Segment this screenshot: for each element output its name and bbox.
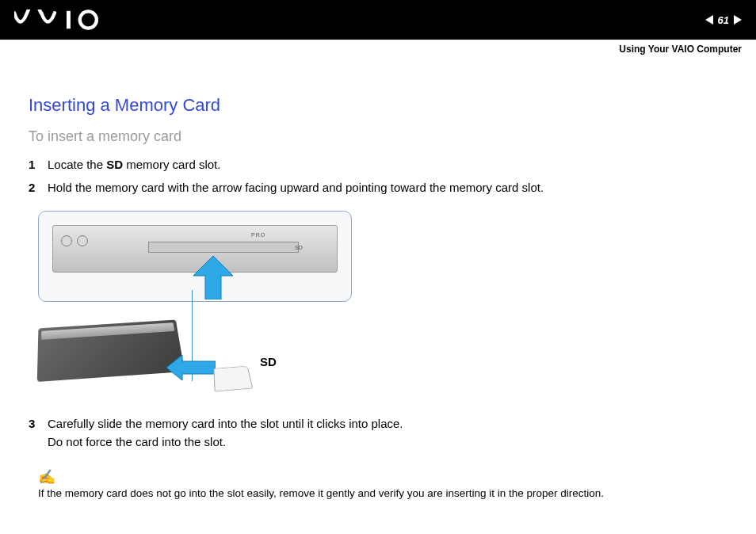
step-3: 3 Carefully slide the memory card into t… [29, 415, 727, 451]
note-icon: ✍ [38, 468, 727, 486]
step-body: Locate the SD memory card slot. [48, 156, 727, 174]
device-edge-illustration: PRO SD [38, 211, 352, 302]
step-body: Hold the memory card with the arrow faci… [48, 179, 727, 197]
vaio-logo-svg [14, 10, 103, 30]
steps-list-after-figure: 3 Carefully slide the memory card into t… [29, 415, 727, 451]
step-2: 2 Hold the memory card with the arrow fa… [29, 179, 727, 197]
sd-slot-label: SD [295, 245, 303, 250]
section-label: Using Your VAIO Computer [619, 44, 742, 55]
step-3-line2: Do not force the card into the slot. [48, 435, 226, 448]
header-bar: 61 [0, 0, 756, 40]
step-number: 3 [29, 415, 48, 451]
page-number: 61 [718, 14, 729, 26]
laptop-corner [37, 319, 185, 381]
note-text: If the memory card does not go into the … [38, 487, 727, 499]
figure-block: PRO SD SD [38, 211, 371, 401]
step-number: 1 [29, 156, 48, 174]
mic-port-icon [77, 235, 88, 246]
step-1-post: memory card slot. [123, 158, 220, 171]
pager: 61 [705, 14, 742, 26]
vaio-logo [14, 10, 103, 30]
next-page-arrow-icon[interactable] [734, 15, 742, 25]
svg-rect-0 [67, 11, 71, 29]
insert-arrow-left-icon [166, 355, 216, 380]
sd-callout-label: SD [260, 355, 277, 368]
prev-page-arrow-icon[interactable] [705, 15, 713, 25]
page-subtitle: To insert a memory card [29, 128, 727, 145]
step-1: 1 Locate the SD memory card slot. [29, 156, 727, 174]
sd-card-icon [213, 366, 253, 392]
laptop-corner-illustration: SD [38, 322, 244, 393]
page-content: Inserting a Memory Card To insert a memo… [0, 40, 756, 515]
svg-point-1 [80, 11, 97, 28]
headphone-port-icon [61, 235, 72, 246]
pro-slot-label: PRO [251, 232, 265, 238]
insert-arrow-up-icon [193, 256, 233, 299]
audio-ports [61, 235, 88, 246]
page-title: Inserting a Memory Card [29, 95, 727, 116]
step-3-line1: Carefully slide the memory card into the… [48, 417, 403, 430]
memory-card-slot [148, 242, 299, 253]
steps-list: 1 Locate the SD memory card slot. 2 Hold… [29, 156, 727, 196]
step-1-pre: Locate the [48, 158, 106, 171]
step-number: 2 [29, 179, 48, 197]
step-1-bold: SD [106, 158, 123, 171]
step-body: Carefully slide the memory card into the… [48, 415, 727, 451]
